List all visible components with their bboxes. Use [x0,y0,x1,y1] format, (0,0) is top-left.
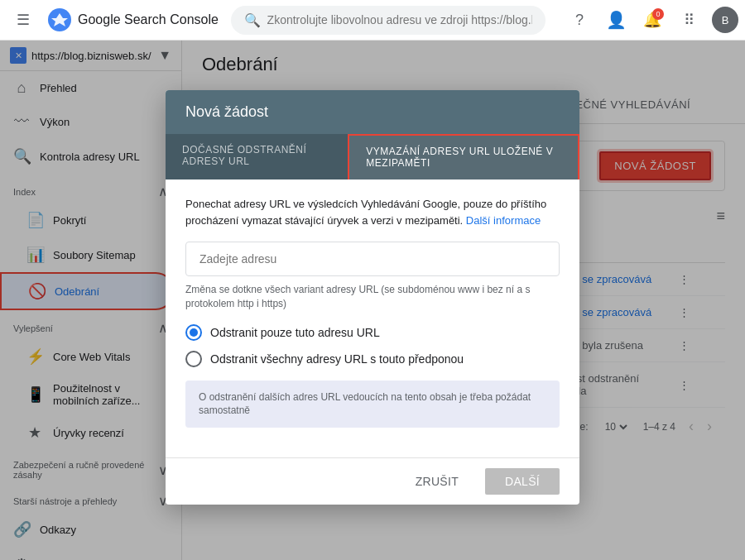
radio-all-prefix[interactable]: Odstranit všechny adresy URL s touto pře… [185,351,560,367]
modal-hint: Změna se dotkne všech variant adresy URL… [185,283,560,311]
brand-name: Google Search Console [78,12,219,27]
search-bar[interactable]: 🔍 [231,6,546,35]
notification-badge: 0 [652,8,664,20]
hamburger-icon: ☰ [17,11,30,29]
users-icon: 👤 [606,10,627,30]
notifications-button[interactable]: 🔔 0 [636,3,669,36]
help-button[interactable]: ? [563,3,596,36]
modal-next-button[interactable]: DALŠÍ [485,468,560,495]
users-button[interactable]: 👤 [599,3,632,36]
modal-tab-docasne[interactable]: DOČASNÉ ODSTRANĚNÍ ADRESY URL [166,134,348,179]
modal-footer: ZRUŠIT DALŠÍ [166,457,579,505]
modal-header: Nová žádost [166,90,579,134]
menu-button[interactable]: ☰ [7,3,40,36]
modal: Nová žádost DOČASNÉ ODSTRANĚNÍ ADRESY UR… [166,90,579,505]
radio-all-prefix-indicator [185,351,202,367]
apps-icon: ⠿ [684,11,695,29]
modal-body: Ponechat adresy URL ve výsledcích Vyhled… [166,179,579,457]
top-navigation: ☰ Google Search Console 🔍 ? 👤 🔔 0 ⠿ B [0,0,745,41]
help-icon: ? [575,12,584,29]
nav-icons: ? 👤 🔔 0 ⠿ B [563,3,738,36]
modal-tab-vymazani[interactable]: VYMAZÁNÍ ADRESY URL ULOŽENÉ V MEZIPAMĚTI [348,134,579,179]
apps-button[interactable]: ⠿ [672,3,705,36]
modal-title: Nová žádost [185,103,268,120]
modal-cancel-button[interactable]: ZRUŠIT [402,468,472,495]
modal-description: Ponechat adresy URL ve výsledcích Vyhled… [185,196,560,228]
modal-tabs: DOČASNÉ ODSTRANĚNÍ ADRESY URL VYMAZÁNÍ A… [166,134,579,179]
modal-info-box: O odstranění dalších adres URL vedoucích… [185,381,560,428]
search-icon: 🔍 [244,12,261,28]
avatar[interactable]: B [712,7,738,33]
brand-logo [46,7,73,33]
radio-only-url[interactable]: Odstranit pouze tuto adresu URL [185,324,560,341]
radio-only-url-label: Odstranit pouze tuto adresu URL [210,326,380,339]
modal-overlay[interactable]: Nová žádost DOČASNÉ ODSTRANĚNÍ ADRESY UR… [0,41,745,560]
search-input[interactable] [267,13,532,26]
radio-group: Odstranit pouze tuto adresu URL Odstrani… [185,324,560,367]
radio-all-prefix-label: Odstranit všechny adresy URL s touto pře… [210,352,464,366]
brand-link[interactable]: Google Search Console [46,7,219,33]
radio-only-url-indicator [185,324,202,341]
modal-info-link[interactable]: Další informace [466,214,541,227]
modal-url-input[interactable] [185,242,560,276]
